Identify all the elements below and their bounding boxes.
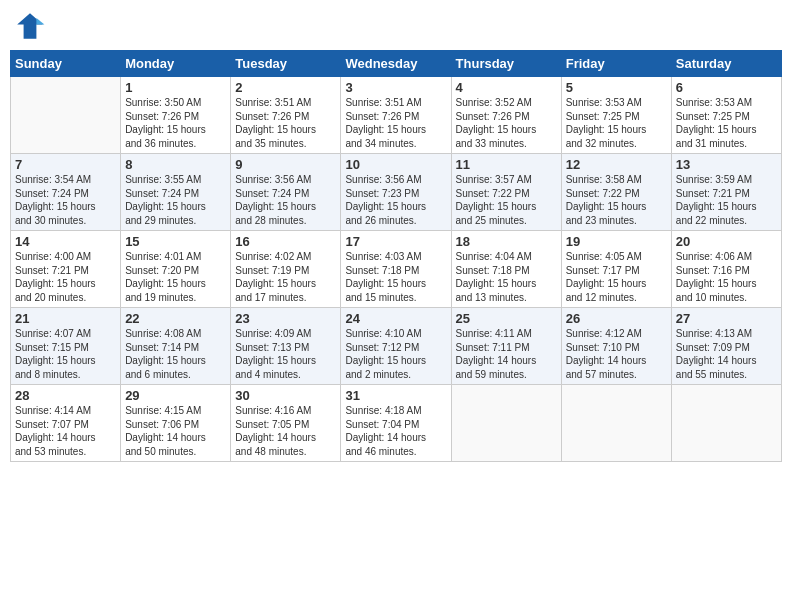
calendar-cell: 21Sunrise: 4:07 AM Sunset: 7:15 PM Dayli… [11, 308, 121, 385]
calendar-cell: 31Sunrise: 4:18 AM Sunset: 7:04 PM Dayli… [341, 385, 451, 462]
day-number: 7 [15, 157, 116, 172]
calendar-cell: 6Sunrise: 3:53 AM Sunset: 7:25 PM Daylig… [671, 77, 781, 154]
day-number: 28 [15, 388, 116, 403]
calendar-cell: 28Sunrise: 4:14 AM Sunset: 7:07 PM Dayli… [11, 385, 121, 462]
day-info: Sunrise: 4:16 AM Sunset: 7:05 PM Dayligh… [235, 404, 336, 458]
calendar-cell: 25Sunrise: 4:11 AM Sunset: 7:11 PM Dayli… [451, 308, 561, 385]
day-number: 5 [566, 80, 667, 95]
day-number: 4 [456, 80, 557, 95]
day-info: Sunrise: 3:52 AM Sunset: 7:26 PM Dayligh… [456, 96, 557, 150]
day-info: Sunrise: 3:51 AM Sunset: 7:26 PM Dayligh… [345, 96, 446, 150]
header-thursday: Thursday [451, 51, 561, 77]
day-number: 11 [456, 157, 557, 172]
day-info: Sunrise: 4:15 AM Sunset: 7:06 PM Dayligh… [125, 404, 226, 458]
day-info: Sunrise: 3:50 AM Sunset: 7:26 PM Dayligh… [125, 96, 226, 150]
calendar-cell: 17Sunrise: 4:03 AM Sunset: 7:18 PM Dayli… [341, 231, 451, 308]
calendar-cell [561, 385, 671, 462]
day-info: Sunrise: 3:56 AM Sunset: 7:24 PM Dayligh… [235, 173, 336, 227]
day-info: Sunrise: 3:53 AM Sunset: 7:25 PM Dayligh… [566, 96, 667, 150]
calendar-cell: 8Sunrise: 3:55 AM Sunset: 7:24 PM Daylig… [121, 154, 231, 231]
day-number: 25 [456, 311, 557, 326]
day-number: 20 [676, 234, 777, 249]
week-row-3: 14Sunrise: 4:00 AM Sunset: 7:21 PM Dayli… [11, 231, 782, 308]
day-number: 21 [15, 311, 116, 326]
calendar-header-row: SundayMondayTuesdayWednesdayThursdayFrid… [11, 51, 782, 77]
calendar-cell: 7Sunrise: 3:54 AM Sunset: 7:24 PM Daylig… [11, 154, 121, 231]
day-number: 17 [345, 234, 446, 249]
header-friday: Friday [561, 51, 671, 77]
day-number: 22 [125, 311, 226, 326]
week-row-5: 28Sunrise: 4:14 AM Sunset: 7:07 PM Dayli… [11, 385, 782, 462]
day-number: 13 [676, 157, 777, 172]
calendar-cell [11, 77, 121, 154]
calendar-cell: 2Sunrise: 3:51 AM Sunset: 7:26 PM Daylig… [231, 77, 341, 154]
day-number: 18 [456, 234, 557, 249]
calendar-cell: 26Sunrise: 4:12 AM Sunset: 7:10 PM Dayli… [561, 308, 671, 385]
day-info: Sunrise: 4:13 AM Sunset: 7:09 PM Dayligh… [676, 327, 777, 381]
day-info: Sunrise: 4:10 AM Sunset: 7:12 PM Dayligh… [345, 327, 446, 381]
day-number: 23 [235, 311, 336, 326]
day-number: 12 [566, 157, 667, 172]
calendar-cell: 22Sunrise: 4:08 AM Sunset: 7:14 PM Dayli… [121, 308, 231, 385]
calendar-cell: 11Sunrise: 3:57 AM Sunset: 7:22 PM Dayli… [451, 154, 561, 231]
calendar-cell: 20Sunrise: 4:06 AM Sunset: 7:16 PM Dayli… [671, 231, 781, 308]
calendar-cell: 13Sunrise: 3:59 AM Sunset: 7:21 PM Dayli… [671, 154, 781, 231]
week-row-2: 7Sunrise: 3:54 AM Sunset: 7:24 PM Daylig… [11, 154, 782, 231]
calendar-cell: 5Sunrise: 3:53 AM Sunset: 7:25 PM Daylig… [561, 77, 671, 154]
calendar-cell: 12Sunrise: 3:58 AM Sunset: 7:22 PM Dayli… [561, 154, 671, 231]
day-info: Sunrise: 4:08 AM Sunset: 7:14 PM Dayligh… [125, 327, 226, 381]
day-number: 15 [125, 234, 226, 249]
calendar-cell: 24Sunrise: 4:10 AM Sunset: 7:12 PM Dayli… [341, 308, 451, 385]
day-info: Sunrise: 3:54 AM Sunset: 7:24 PM Dayligh… [15, 173, 116, 227]
header-saturday: Saturday [671, 51, 781, 77]
calendar-cell: 30Sunrise: 4:16 AM Sunset: 7:05 PM Dayli… [231, 385, 341, 462]
day-info: Sunrise: 4:02 AM Sunset: 7:19 PM Dayligh… [235, 250, 336, 304]
day-info: Sunrise: 4:00 AM Sunset: 7:21 PM Dayligh… [15, 250, 116, 304]
day-number: 27 [676, 311, 777, 326]
header-sunday: Sunday [11, 51, 121, 77]
day-info: Sunrise: 4:12 AM Sunset: 7:10 PM Dayligh… [566, 327, 667, 381]
day-info: Sunrise: 4:01 AM Sunset: 7:20 PM Dayligh… [125, 250, 226, 304]
day-number: 9 [235, 157, 336, 172]
day-info: Sunrise: 3:53 AM Sunset: 7:25 PM Dayligh… [676, 96, 777, 150]
week-row-4: 21Sunrise: 4:07 AM Sunset: 7:15 PM Dayli… [11, 308, 782, 385]
day-number: 16 [235, 234, 336, 249]
calendar-cell: 23Sunrise: 4:09 AM Sunset: 7:13 PM Dayli… [231, 308, 341, 385]
calendar-cell: 29Sunrise: 4:15 AM Sunset: 7:06 PM Dayli… [121, 385, 231, 462]
day-number: 26 [566, 311, 667, 326]
day-number: 3 [345, 80, 446, 95]
logo-icon [14, 10, 46, 42]
calendar-cell [671, 385, 781, 462]
day-number: 10 [345, 157, 446, 172]
calendar-cell: 16Sunrise: 4:02 AM Sunset: 7:19 PM Dayli… [231, 231, 341, 308]
svg-marker-1 [36, 18, 44, 24]
day-number: 8 [125, 157, 226, 172]
svg-marker-0 [17, 13, 43, 39]
day-info: Sunrise: 4:06 AM Sunset: 7:16 PM Dayligh… [676, 250, 777, 304]
header-tuesday: Tuesday [231, 51, 341, 77]
header-wednesday: Wednesday [341, 51, 451, 77]
day-number: 29 [125, 388, 226, 403]
day-number: 1 [125, 80, 226, 95]
calendar-cell: 1Sunrise: 3:50 AM Sunset: 7:26 PM Daylig… [121, 77, 231, 154]
day-number: 2 [235, 80, 336, 95]
day-info: Sunrise: 3:55 AM Sunset: 7:24 PM Dayligh… [125, 173, 226, 227]
calendar-cell: 19Sunrise: 4:05 AM Sunset: 7:17 PM Dayli… [561, 231, 671, 308]
day-info: Sunrise: 3:58 AM Sunset: 7:22 PM Dayligh… [566, 173, 667, 227]
day-info: Sunrise: 4:11 AM Sunset: 7:11 PM Dayligh… [456, 327, 557, 381]
calendar-cell: 27Sunrise: 4:13 AM Sunset: 7:09 PM Dayli… [671, 308, 781, 385]
calendar-cell: 10Sunrise: 3:56 AM Sunset: 7:23 PM Dayli… [341, 154, 451, 231]
day-number: 24 [345, 311, 446, 326]
calendar-cell: 4Sunrise: 3:52 AM Sunset: 7:26 PM Daylig… [451, 77, 561, 154]
day-number: 14 [15, 234, 116, 249]
calendar-cell: 18Sunrise: 4:04 AM Sunset: 7:18 PM Dayli… [451, 231, 561, 308]
day-info: Sunrise: 4:09 AM Sunset: 7:13 PM Dayligh… [235, 327, 336, 381]
day-info: Sunrise: 4:05 AM Sunset: 7:17 PM Dayligh… [566, 250, 667, 304]
day-info: Sunrise: 3:57 AM Sunset: 7:22 PM Dayligh… [456, 173, 557, 227]
day-info: Sunrise: 4:18 AM Sunset: 7:04 PM Dayligh… [345, 404, 446, 458]
day-info: Sunrise: 3:59 AM Sunset: 7:21 PM Dayligh… [676, 173, 777, 227]
day-info: Sunrise: 3:56 AM Sunset: 7:23 PM Dayligh… [345, 173, 446, 227]
page-header [10, 10, 782, 42]
calendar-table: SundayMondayTuesdayWednesdayThursdayFrid… [10, 50, 782, 462]
calendar-cell: 15Sunrise: 4:01 AM Sunset: 7:20 PM Dayli… [121, 231, 231, 308]
